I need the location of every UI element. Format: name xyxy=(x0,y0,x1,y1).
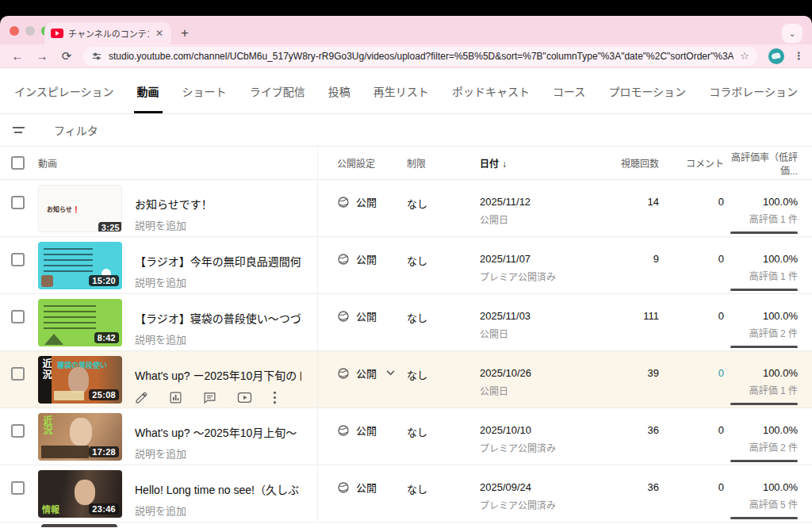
tab-close-icon[interactable]: ✕ xyxy=(154,28,165,39)
add-description-link[interactable]: 説明を追加 xyxy=(135,274,301,289)
thumbnail-text: 情報 xyxy=(42,503,59,515)
video-thumbnail[interactable]: 近況 寝袋の普段使い 25:08 xyxy=(38,356,122,404)
site-settings-icon[interactable] xyxy=(91,51,102,62)
watch-on-youtube-icon[interactable] xyxy=(237,391,252,404)
select-all-checkbox[interactable] xyxy=(11,156,25,170)
video-title[interactable]: What's up? ー2025年10月下旬のトキー xyxy=(135,367,301,383)
reload-icon[interactable]: ⟳ xyxy=(59,49,74,63)
row-checkbox[interactable] xyxy=(11,367,25,381)
add-description-link[interactable]: 説明を追加 xyxy=(135,217,213,232)
chevron-down-icon[interactable] xyxy=(386,370,395,376)
comments-link[interactable]: 0 xyxy=(659,351,724,379)
profile-avatar[interactable] xyxy=(768,48,784,64)
tab-posts[interactable]: 投稿 xyxy=(328,83,350,113)
row-checkbox[interactable] xyxy=(11,196,25,209)
rating-percent: 100.0% xyxy=(724,237,798,265)
row-checkbox[interactable] xyxy=(11,253,25,266)
close-window-button[interactable] xyxy=(10,26,19,36)
row-checkbox[interactable] xyxy=(11,424,25,438)
video-row[interactable]: 8:42 【ラジオ】寝袋の普段使い〜つづき〜、ナ... 説明を追加 公開 なし … xyxy=(0,294,812,351)
video-title[interactable]: What's up? 〜2025年10月上旬〜 xyxy=(135,424,297,440)
comments-cell[interactable]: 0 xyxy=(659,408,724,436)
row-checkbox[interactable] xyxy=(11,310,25,323)
video-title[interactable]: 【ラジオ】寝袋の普段使い〜つづき〜、ナ... xyxy=(135,310,301,326)
add-description-link[interactable]: 説明を追加 xyxy=(135,331,301,346)
rating-bar xyxy=(730,231,798,234)
tab-videos[interactable]: 動画 xyxy=(137,83,159,113)
header-restrictions[interactable]: 制限 xyxy=(407,156,480,170)
browser-menu-icon[interactable]: ⋮ xyxy=(794,50,804,62)
visibility-cell[interactable]: 公開 xyxy=(337,294,407,323)
comments-cell[interactable]: 0 xyxy=(659,180,724,208)
video-title[interactable]: お知らせです！ xyxy=(135,196,213,212)
video-thumbnail[interactable]: 8:42 xyxy=(38,299,122,346)
globe-icon xyxy=(337,310,350,323)
video-row[interactable]: 15:20 【ラジオ】今年の無印良品週間何買った？... 説明を追加 公開 なし… xyxy=(0,237,812,294)
header-views[interactable]: 視聴回数 xyxy=(589,156,659,170)
add-description-link[interactable]: 説明を追加 xyxy=(135,503,301,518)
comments-cell[interactable]: 0 xyxy=(659,237,724,265)
tab-inspiration[interactable]: インスピレーション xyxy=(14,83,113,113)
analytics-icon[interactable] xyxy=(169,391,182,404)
duration-badge: 15:20 xyxy=(89,275,119,286)
visibility-cell[interactable]: 公開 xyxy=(337,180,407,209)
tab-shorts[interactable]: ショート xyxy=(182,83,227,113)
bookmark-star-icon[interactable]: ☆ xyxy=(740,50,749,62)
video-row[interactable]: お知らせ❗ 3:25 お知らせです！ 説明を追加 公開 なし 2025/11/1… xyxy=(0,180,812,237)
rating-bar xyxy=(730,403,798,405)
browser-tab[interactable]: チャンネルのコンテンツ - YouTu ✕ xyxy=(44,22,171,44)
edit-pencil-icon[interactable] xyxy=(135,391,148,404)
views-cell: 9 xyxy=(589,237,659,265)
video-title[interactable]: Hello! Long time no see!（久しぶりすぎて... xyxy=(135,481,301,497)
tab-search-chevron-icon[interactable]: ⌄ xyxy=(782,24,802,43)
visibility-cell[interactable]: 公開 xyxy=(337,465,407,495)
comments-cell[interactable]: 0 xyxy=(659,294,724,322)
rating-label: 高評価 5 件 xyxy=(724,497,798,511)
video-thumbnail[interactable]: 近況 17:28 xyxy=(38,413,122,461)
video-row[interactable]: 近況 17:28 What's up? 〜2025年10月上旬〜 説明を追加 公… xyxy=(0,408,812,465)
visibility-dropdown[interactable]: 公開 xyxy=(337,351,407,381)
comments-cell[interactable]: 0 xyxy=(659,465,724,493)
visibility-cell[interactable]: 公開 xyxy=(337,237,407,266)
comments-icon[interactable] xyxy=(203,391,216,404)
duration-badge: 3:25 xyxy=(98,222,122,232)
forward-icon[interactable]: → xyxy=(35,49,49,63)
date-type: 公開日 xyxy=(480,327,589,340)
video-title[interactable]: 【ラジオ】今年の無印良品週間何買った？... xyxy=(135,253,301,269)
filter-bar[interactable]: フィルタ xyxy=(0,114,812,147)
minimize-window-button[interactable] xyxy=(25,26,35,36)
thumbnail-text: お知らせ❗ xyxy=(47,205,80,213)
globe-icon xyxy=(337,424,350,437)
video-thumbnail xyxy=(41,524,117,527)
video-thumbnail[interactable]: お知らせ❗ 3:25 xyxy=(38,185,122,232)
thumbnail-art xyxy=(70,418,92,446)
more-options-kebab-icon[interactable] xyxy=(273,391,277,404)
video-row-hovered[interactable]: 近況 寝袋の普段使い 25:08 What's up? ー2025年10月下旬の… xyxy=(0,351,812,408)
back-icon[interactable]: ← xyxy=(10,49,25,63)
youtube-favicon-icon xyxy=(51,29,63,38)
header-visibility[interactable]: 公開設定 xyxy=(318,156,407,170)
video-thumbnail[interactable]: 15:20 xyxy=(38,242,122,289)
add-description-link[interactable]: 説明を追加 xyxy=(135,446,297,461)
row-checkbox[interactable] xyxy=(11,481,25,495)
filter-label[interactable]: フィルタ xyxy=(54,122,98,138)
date-cell: 2025/11/03 xyxy=(480,294,589,322)
header-comments[interactable]: コメント xyxy=(659,156,724,170)
header-rating[interactable]: 高評価率（低評価... xyxy=(724,150,812,177)
video-thumbnail[interactable]: 情報 23:46 xyxy=(38,470,122,518)
header-date-sort[interactable]: 日付↓ xyxy=(480,156,589,170)
new-tab-button[interactable]: + xyxy=(181,26,189,40)
visibility-cell[interactable]: 公開 xyxy=(337,408,407,438)
rating-label: 高評価 1 件 xyxy=(724,383,798,396)
tab-collaborations[interactable]: コラボレーション xyxy=(709,83,798,113)
url-text[interactable]: studio.youtube.com/channel/UCbM6u_517yW8… xyxy=(109,51,733,62)
tab-live[interactable]: ライブ配信 xyxy=(250,83,305,113)
tab-playlists[interactable]: 再生リスト xyxy=(373,83,429,113)
tab-podcasts[interactable]: ポッドキャスト xyxy=(452,83,530,113)
thumbnail-art xyxy=(41,275,53,287)
video-row[interactable]: 情報 23:46 Hello! Long time no see!（久しぶりすぎ… xyxy=(0,465,812,522)
restrictions-cell: なし xyxy=(407,351,480,382)
address-bar[interactable]: studio.youtube.com/channel/UCbM6u_517yW8… xyxy=(83,47,757,66)
tab-courses[interactable]: コース xyxy=(553,83,585,113)
tab-promotions[interactable]: プロモーション xyxy=(608,83,686,113)
